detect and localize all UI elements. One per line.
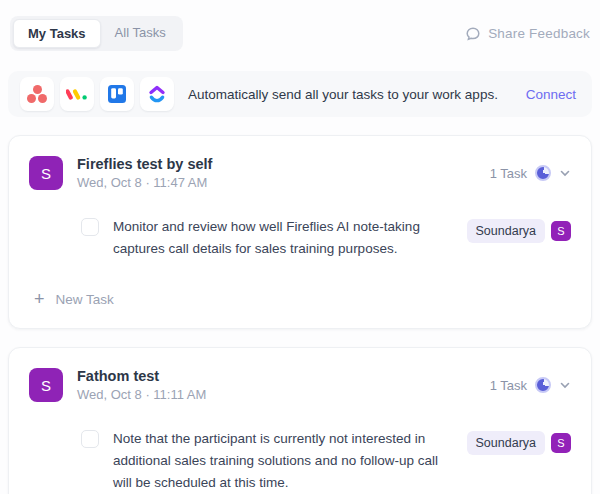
clickup-icon [140,77,174,111]
trello-icon [100,77,134,111]
card-header: S Fireflies test by self Wed, Oct 8 · 11… [29,156,571,190]
assignee-chip[interactable]: Soundarya [467,219,545,243]
connect-link[interactable]: Connect [526,87,576,102]
task-count: 1 Task [490,378,527,393]
assignee-chip[interactable]: Soundarya [467,431,545,455]
card-header: S Fathom test Wed, Oct 8 · 11:11 AM 1 Ta… [29,368,571,402]
new-task-button[interactable]: + New Task [34,290,571,308]
card-date: Wed, Oct 8 · 11:47 AM [77,175,490,190]
tasks-page: My Tasks All Tasks Share Feedback [0,0,600,494]
header: My Tasks All Tasks Share Feedback [8,16,592,51]
tab-all-tasks[interactable]: All Tasks [101,19,180,48]
task-text: Note that the participant is currently n… [113,428,453,494]
card-title: Fireflies test by self [77,156,490,172]
meeting-card: S Fireflies test by self Wed, Oct 8 · 11… [8,135,592,329]
share-feedback-button[interactable]: Share Feedback [465,26,590,42]
task-row: Monitor and review how well Fireflies AI… [81,216,571,260]
chat-bubble-icon [465,26,481,42]
card-date: Wed, Oct 8 · 11:11 AM [77,387,490,402]
integrations-banner: Automatically send all your tasks to you… [8,71,592,117]
task-row: Note that the participant is currently n… [81,428,571,494]
task-checkbox[interactable] [81,218,99,236]
avatar: S [29,156,63,190]
tab-group: My Tasks All Tasks [10,16,183,51]
share-feedback-label: Share Feedback [488,26,590,41]
progress-indicator-icon [535,377,551,393]
new-task-label: New Task [56,292,114,307]
task-checkbox[interactable] [81,430,99,448]
meeting-card: S Fathom test Wed, Oct 8 · 11:11 AM 1 Ta… [8,347,592,494]
asana-icon [20,77,54,111]
monday-icon [60,77,94,111]
banner-text: Automatically send all your tasks to you… [188,87,526,102]
progress-indicator-icon [535,165,551,181]
task-text: Monitor and review how well Fireflies AI… [113,216,453,260]
chevron-down-icon[interactable] [559,379,571,391]
avatar: S [29,368,63,402]
chevron-down-icon[interactable] [559,167,571,179]
assignee-avatar[interactable]: S [551,221,571,241]
plus-icon: + [34,290,45,308]
task-count: 1 Task [490,166,527,181]
tab-my-tasks[interactable]: My Tasks [13,19,101,48]
app-tiles [20,77,174,111]
assignee-avatar[interactable]: S [551,433,571,453]
card-title: Fathom test [77,368,490,384]
